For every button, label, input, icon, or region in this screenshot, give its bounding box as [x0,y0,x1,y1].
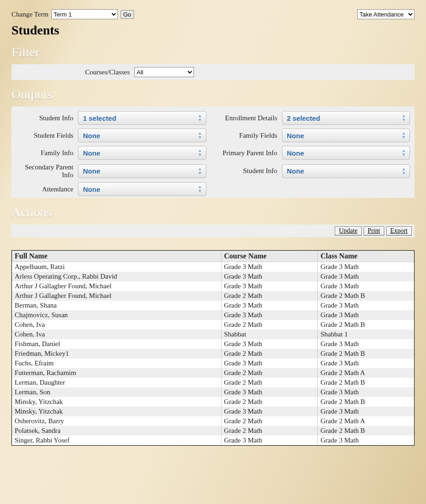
output-select-primary-parent-info[interactable]: None▲▼ [282,146,410,160]
table-row[interactable]: Lerman, SonGrade 3 MathGrade 3 Math [12,387,414,397]
section-actions-heading: Actions [11,205,415,220]
output-select-secondary-parent-info[interactable]: None▲▼ [78,164,206,178]
table-cell: Grade 2 Math [221,320,317,330]
table-row[interactable]: Cohen, IvaShabbatShabbat 1 [12,330,414,339]
table-row[interactable]: Arthur J Gallagher Found, MichaelGrade 3… [12,281,414,291]
table-row[interactable]: Chajmovicz, SusanGrade 3 MathGrade 3 Mat… [12,310,414,320]
column-header[interactable]: Full Name [12,251,221,262]
output-select-student-fields[interactable]: None▲▼ [78,129,206,142]
output-label: Secondary Parent Info [16,163,78,179]
table-row[interactable]: Singer, Rabbi YosefGrade 3 MathGrade 3 M… [12,436,414,445]
courses-classes-select[interactable]: All [134,67,194,77]
table-row[interactable]: Futterman, RachamimGrade 2 MathGrade 2 M… [12,368,414,378]
table-row[interactable]: Minsky, YitzchakGrade 3 MathGrade 3 Math [12,407,414,416]
chevron-updown-icon: ▲▼ [198,167,202,175]
courses-classes-label: Courses/Classes [15,68,134,76]
output-row: Family FieldsNone▲▼ [220,129,410,142]
table-cell: Berman, Shana [12,301,221,310]
outputs-panel: Student Info1 selected▲▼Enrollment Detai… [11,106,415,198]
table-cell: Shabbat [221,330,317,339]
table-cell: Chajmovicz, Susan [12,310,221,320]
table-cell: Grade 3 Math [318,301,414,310]
column-header[interactable]: Class Name [318,251,414,262]
output-select-enrollment-details[interactable]: 2 selected▲▼ [282,111,410,125]
table-row[interactable]: Fishman, DanielGrade 3 MathGrade 3 Math [12,339,414,349]
table-cell: Arless Operating Corp., Rabbi David [12,272,221,281]
table-row[interactable]: Arthur J Gallagher Found, MichaelGrade 2… [12,291,414,301]
table-row[interactable]: Minsky, YitzchakGrade 2 MathGrade 2 Math… [12,397,414,407]
go-button[interactable]: Go [121,10,134,19]
output-select-family-info[interactable]: None▲▼ [78,146,206,160]
table-row[interactable]: Appelbaum, RatziGrade 3 MathGrade 3 Math [12,262,414,272]
table-row[interactable]: Lerman, DaughterGrade 2 MathGrade 2 Math… [12,378,414,387]
filter-bar: Courses/Classes All [11,64,415,80]
table-cell: Grade 3 Math [221,358,317,368]
table-cell: Grade 2 Math B [318,320,414,330]
table-row[interactable]: Berman, ShanaGrade 3 MathGrade 3 Math [12,301,414,310]
table-cell: Grade 3 Math [221,301,317,310]
table-cell: Friedman, Mickey1 [12,349,221,358]
students-table-wrap: Full NameCourse NameClass Name Appelbaum… [11,250,415,446]
output-label: Attendance [16,185,78,193]
table-cell: Grade 3 Math [318,272,414,281]
output-select-student-info[interactable]: 1 selected▲▼ [78,111,206,125]
table-cell: Grade 2 Math [221,397,317,407]
table-cell: Grade 3 Math [318,358,414,368]
table-cell: Grade 2 Math [221,368,317,378]
chevron-updown-icon: ▲▼ [198,114,202,122]
table-cell: Grade 2 Math B [318,426,414,436]
output-label: Student Fields [16,132,78,140]
output-label: Family Fields [220,132,282,140]
output-select-student-info[interactable]: None▲▼ [282,164,410,178]
output-select-value: 1 selected [83,114,116,122]
table-cell: Minsky, Yitzchak [12,407,221,416]
chevron-updown-icon: ▲▼ [402,131,406,140]
output-select-family-fields[interactable]: None▲▼ [282,129,410,142]
table-cell: Grade 3 Math [318,281,414,291]
output-row: Secondary Parent InfoNone▲▼ [16,163,206,179]
table-cell: Fishman, Daniel [12,339,221,349]
table-cell: Grade 3 Math [221,310,317,320]
table-cell: Grade 3 Math [221,387,317,397]
take-attendance-select[interactable]: Take Attendance [357,9,415,19]
chevron-updown-icon: ▲▼ [402,167,406,175]
table-row[interactable]: Fuchs, EfraimGrade 3 MathGrade 3 Math [12,358,414,368]
topbar: Change Term Term 1 Go Take Attendance [11,9,415,19]
column-header[interactable]: Course Name [221,251,317,262]
output-select-value: 2 selected [287,114,321,122]
table-row[interactable]: Osherovitz, BarryGrade 2 MathGrade 2 Mat… [12,416,414,426]
output-row: AttendanceNone▲▼ [16,182,206,196]
output-row: Primary Parent InfoNone▲▼ [220,146,410,160]
output-select-value: None [287,167,304,175]
table-row[interactable]: Polatsek, SandraGrade 2 MathGrade 2 Math… [12,426,414,436]
term-select[interactable]: Term 1 [51,9,118,19]
table-cell: Grade 3 Math [221,407,317,416]
table-cell: Grade 3 Math [318,407,414,416]
table-row[interactable]: Cohen, IvaGrade 2 MathGrade 2 Math B [12,320,414,330]
table-cell: Grade 2 Math [221,378,317,387]
output-select-attendance[interactable]: None▲▼ [78,182,206,196]
update-button[interactable]: Update [335,226,361,235]
table-cell: Grade 3 Math [318,436,414,445]
print-button[interactable]: Print [364,226,384,235]
table-row[interactable]: Arless Operating Corp., Rabbi DavidGrade… [12,272,414,281]
table-cell: Fuchs, Efraim [12,358,221,368]
table-cell: Grade 2 Math [221,349,317,358]
chevron-updown-icon: ▲▼ [402,114,406,122]
output-label: Family Info [16,149,78,157]
section-filter-heading: Filter [11,45,415,60]
output-select-value: None [287,132,304,140]
table-cell: Grade 3 Math [318,387,414,397]
table-cell: Grade 3 Math [318,339,414,349]
output-select-value: None [83,167,100,175]
table-cell: Grade 3 Math [221,436,317,445]
export-button[interactable]: Export [386,226,412,235]
section-outputs-heading: Outputs [11,87,415,102]
output-row: Student InfoNone▲▼ [220,163,410,179]
change-term-label: Change Term [11,11,49,18]
table-cell: Grade 3 Math [318,310,414,320]
chevron-updown-icon: ▲▼ [198,149,202,157]
chevron-updown-icon: ▲▼ [198,131,202,140]
output-label: Enrollment Details [220,114,282,122]
table-row[interactable]: Friedman, Mickey1Grade 2 MathGrade 2 Mat… [12,349,414,358]
